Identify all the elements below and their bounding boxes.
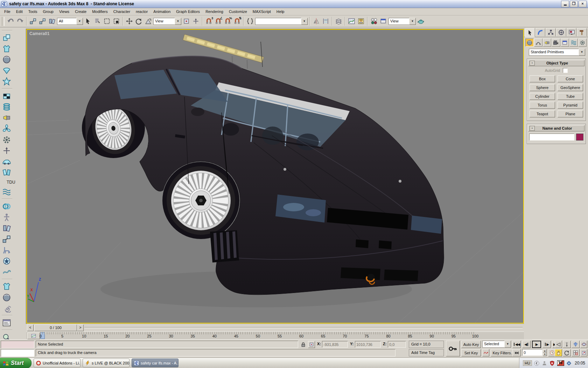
snaps-toggle[interactable]: 3 xyxy=(204,17,213,26)
fingerprint-icon[interactable] xyxy=(2,304,11,313)
menu-item[interactable]: Edit xyxy=(13,8,26,15)
next-frame-button[interactable]: ▶ xyxy=(542,341,551,348)
named-selection-sets-dropdown[interactable]: ▼ xyxy=(255,18,308,25)
properties-dialog-icon[interactable] xyxy=(2,318,11,328)
menu-item[interactable]: Tools xyxy=(26,8,40,15)
menu-item[interactable]: Rendering xyxy=(203,8,226,15)
selection-lock-toggle[interactable] xyxy=(300,341,307,348)
softbody-modifier-icon[interactable] xyxy=(2,293,11,302)
weather-vane-icon[interactable] xyxy=(2,146,11,155)
blocks-icon[interactable] xyxy=(2,168,11,177)
primitive-button[interactable]: Cylinder xyxy=(530,93,555,100)
settings-tray-icon[interactable] xyxy=(566,360,572,366)
linked-boxes-icon[interactable] xyxy=(2,234,11,244)
orbit-camera-button[interactable] xyxy=(580,341,587,348)
y-coordinate-field[interactable] xyxy=(355,341,381,348)
primitive-button[interactable]: Torus xyxy=(530,102,555,109)
select-object-button[interactable] xyxy=(84,17,92,26)
torus-knot-icon[interactable] xyxy=(2,202,11,211)
actor-icon[interactable] xyxy=(2,213,11,222)
spinning-top-icon[interactable] xyxy=(2,66,11,75)
render-preset-dropdown[interactable]: View▼ xyxy=(388,18,416,25)
menu-item[interactable]: Group xyxy=(40,8,56,15)
waves-icon[interactable] xyxy=(2,187,11,197)
time-slider-next-button[interactable]: > xyxy=(77,325,84,331)
clock[interactable]: 20:05 xyxy=(574,361,585,366)
primitive-button[interactable]: GeoSphere xyxy=(558,84,583,91)
object-type-header[interactable]: - Object Type xyxy=(528,60,584,66)
menu-item[interactable]: File xyxy=(1,8,13,15)
menu-item[interactable]: reactor xyxy=(133,8,150,15)
winamp-agent-icon[interactable]: W xyxy=(557,360,564,366)
camera-viewport[interactable]: Z X Y Camera01 xyxy=(26,29,524,323)
time-slider-track[interactable] xyxy=(84,327,523,328)
primitive-button[interactable]: Tube xyxy=(558,93,583,100)
auto-key-button[interactable]: Auto Key xyxy=(461,341,481,348)
category-systems[interactable] xyxy=(578,39,587,47)
key-selection-dropdown[interactable]: Selected▼ xyxy=(482,341,511,348)
spring-icon[interactable] xyxy=(2,102,11,112)
select-and-manipulate-button[interactable] xyxy=(191,17,200,26)
maximize-button[interactable]: ❐ xyxy=(570,1,578,7)
menu-item[interactable]: Modifiers xyxy=(89,8,111,15)
category-lights[interactable] xyxy=(543,39,551,47)
car-icon[interactable] xyxy=(2,157,11,166)
quick-render-button[interactable] xyxy=(416,17,425,26)
autogrid-checkbox[interactable] xyxy=(563,68,568,73)
toolbar-grip[interactable] xyxy=(2,17,5,26)
align-button[interactable] xyxy=(321,17,330,26)
tab-display[interactable] xyxy=(567,28,577,36)
play-button[interactable]: ▶ xyxy=(532,341,541,348)
minimize-button[interactable] xyxy=(561,1,569,7)
menu-item[interactable]: Customize xyxy=(226,8,250,15)
layer-manager-button[interactable] xyxy=(334,17,343,26)
cloth-modifier-icon[interactable] xyxy=(2,282,11,291)
go-to-start-button[interactable]: ◀◀ xyxy=(512,341,521,348)
primitive-button[interactable]: Sphere xyxy=(530,84,555,91)
object-name-field[interactable] xyxy=(529,134,574,141)
edit-named-selection-sets-button[interactable] xyxy=(246,17,254,26)
time-slider-handle[interactable]: 0 / 100 xyxy=(34,325,77,331)
x-coordinate-field[interactable] xyxy=(322,341,348,348)
add-time-tag[interactable]: Add Time Tag xyxy=(409,349,444,356)
primitive-button[interactable]: Box xyxy=(530,75,555,82)
title-bar[interactable]: safety car lfs.max - Autodesk 3ds Max 8 … xyxy=(0,0,588,8)
menu-item[interactable]: Help xyxy=(274,8,287,15)
taskbar-task-3dsmax[interactable]: safety car lfs.max - A... xyxy=(132,359,178,367)
render-scene-button[interactable] xyxy=(379,17,388,26)
start-button[interactable]: Start xyxy=(0,358,31,368)
field-of-view-button[interactable] xyxy=(555,341,562,348)
cubes-icon[interactable] xyxy=(2,33,11,42)
category-geometry[interactable] xyxy=(525,39,534,47)
rectangular-selection-region-button[interactable] xyxy=(103,17,111,26)
taskbar-task-winamp[interactable]: s LIVE @ BLACK 2008... xyxy=(83,359,130,367)
track-bar[interactable]: 0510152025303540455055606570758085909510… xyxy=(26,332,524,340)
spinner-snap-toggle[interactable]: ⇅ xyxy=(233,17,241,26)
tab-create[interactable] xyxy=(525,28,535,37)
menu-item[interactable]: Animation xyxy=(150,8,173,15)
category-spacewarps[interactable] xyxy=(569,39,578,47)
redo-button[interactable] xyxy=(16,17,24,26)
user-tray-icon[interactable] xyxy=(542,360,547,366)
rope-icon[interactable] xyxy=(2,267,11,277)
category-cameras[interactable] xyxy=(552,39,560,47)
maxscript-mini-listener-macro[interactable] xyxy=(1,341,34,348)
dolly-camera-button[interactable] xyxy=(563,341,571,348)
security-shield-icon[interactable] xyxy=(550,360,555,366)
geometry-category-dropdown[interactable]: Standard Primitives▼ xyxy=(529,49,585,56)
select-and-move-button[interactable] xyxy=(125,17,134,26)
gear-icon[interactable] xyxy=(2,135,11,144)
time-slider-prev-button[interactable]: < xyxy=(27,325,34,331)
default-in-out-tangent-button[interactable] xyxy=(482,349,489,356)
window-crossing-toggle[interactable] xyxy=(112,17,121,26)
wheel-icon[interactable] xyxy=(2,256,11,266)
roll-camera-button[interactable] xyxy=(563,349,571,356)
menu-item[interactable]: Create xyxy=(72,8,89,15)
angle-snap-toggle[interactable]: ∠ xyxy=(214,17,223,26)
perspective-button[interactable] xyxy=(572,341,580,348)
reference-coordinate-dropdown[interactable]: View▼ xyxy=(153,18,181,25)
unlink-selection-button[interactable] xyxy=(38,17,47,26)
tab-hierarchy[interactable] xyxy=(546,28,556,36)
close-button[interactable]: × xyxy=(579,1,587,7)
select-by-name-button[interactable] xyxy=(93,17,102,26)
